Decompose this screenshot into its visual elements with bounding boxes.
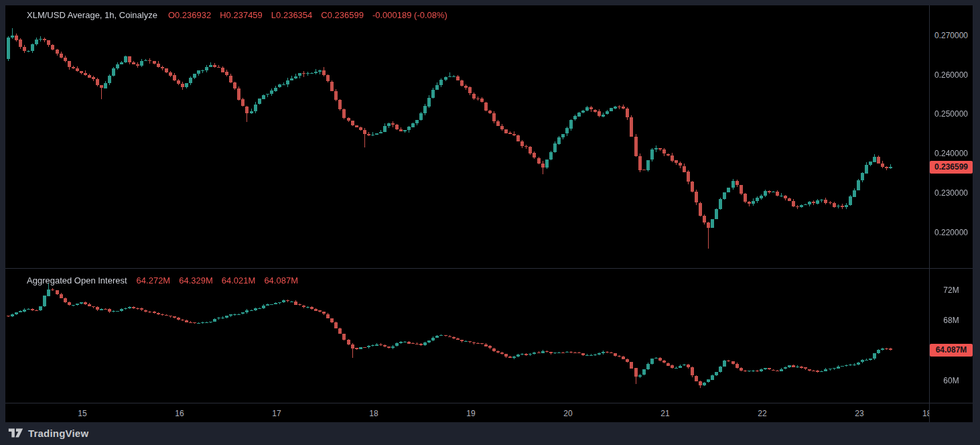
oi-tick-label: 72M: [930, 285, 973, 295]
time-tick-label: 20: [553, 409, 583, 418]
price-tick-label: 0.260000: [930, 70, 973, 80]
price-tick-label: 0.220000: [930, 228, 973, 237]
oi-title: Aggregated Open Interest: [27, 275, 127, 285]
symbol-title: XLM/USD Average, 1h, Coinalyze: [27, 10, 157, 20]
ohlc-low: L0.236354: [271, 10, 312, 20]
oi-high: 64.329M: [179, 275, 213, 285]
time-tick-label: 22: [748, 409, 777, 418]
oi-tick-label: 68M: [930, 316, 973, 325]
time-tick-label: 18: [359, 409, 389, 418]
price-tick-label: 0.250000: [930, 109, 973, 119]
tradingview-icon: [8, 427, 23, 439]
time-tick-label: 19: [456, 409, 486, 418]
price-axis-border: [929, 5, 930, 422]
ohlc-close: C0.236599: [321, 10, 364, 20]
oi-open: 64.272M: [137, 275, 171, 285]
pane-separator[interactable]: [5, 268, 973, 269]
oi-low: 64.021M: [222, 275, 256, 285]
ohlc-high: H0.237459: [220, 10, 263, 20]
price-tick-label: 0.270000: [930, 31, 973, 40]
tradingview-logo[interactable]: TradingView: [8, 427, 88, 439]
oi-legend[interactable]: Aggregated Open Interest64.272M64.329M64…: [27, 275, 307, 285]
candlestick-canvas[interactable]: [5, 5, 929, 403]
tradingview-logo-text: TradingView: [28, 428, 88, 439]
time-tick-label: 17: [262, 409, 291, 418]
last-oi-badge: 64.087M: [930, 344, 973, 357]
price-change: -0.000189 (-0.08%): [372, 10, 447, 20]
time-tick-label: 21: [650, 409, 680, 418]
time-tick-label: 23: [845, 409, 874, 418]
ohlc-open: O0.236932: [168, 10, 211, 20]
symbol-legend[interactable]: XLM/USD Average, 1h, CoinalyzeO0.236932H…: [27, 10, 456, 20]
oi-tick-label: 60M: [930, 376, 973, 385]
time-tick-label: 16: [165, 409, 194, 418]
price-tick-label: 0.230000: [930, 188, 973, 198]
price-tick-label: 0.240000: [930, 149, 973, 158]
time-tick-label: 18:00: [918, 409, 929, 418]
last-price-badge: 0.236599: [930, 161, 973, 174]
chart-window: XLM/USD Average, 1h, CoinalyzeO0.236932H…: [0, 0, 980, 445]
time-tick-label: 15: [68, 409, 97, 418]
oi-close: 64.087M: [264, 275, 298, 285]
time-axis[interactable]: 15161718192021222318:00: [5, 403, 929, 422]
